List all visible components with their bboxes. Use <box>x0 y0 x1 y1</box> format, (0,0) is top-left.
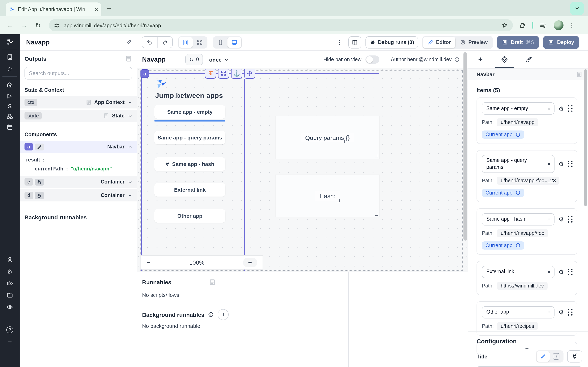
nav-item-query-params[interactable]: Same app - query params <box>154 131 225 144</box>
address-bar[interactable]: app.windmill.dev/apps/edit/u/henri/navap… <box>49 19 513 31</box>
centered-layout-button[interactable] <box>179 37 193 48</box>
drag-handle[interactable] <box>568 216 573 222</box>
query-params-container[interactable]: Query params {} <box>276 116 379 159</box>
profile-avatar[interactable] <box>554 20 563 30</box>
hide-bar-toggle[interactable] <box>365 55 379 64</box>
zoom-out-button[interactable]: − <box>147 259 150 266</box>
browser-menu-icon[interactable]: ⋮ <box>569 22 575 29</box>
variables-dollar-icon[interactable]: $ <box>8 103 12 109</box>
item-label-input[interactable]: Same app - empty × <box>482 102 554 115</box>
clear-icon[interactable]: × <box>547 309 551 316</box>
collapse-arrow-icon[interactable]: → <box>7 337 13 343</box>
runs-play-icon[interactable]: ▷ <box>7 92 12 99</box>
app-canvas[interactable]: a ⚓ Jump between apps Same app - empty S… <box>137 69 468 272</box>
selection-right-border[interactable] <box>244 79 245 271</box>
add-background-runnable-button[interactable]: + <box>218 309 229 320</box>
debug-runs-button[interactable]: Debug runs (0) <box>365 36 418 48</box>
panel-doc-icon[interactable] <box>209 279 216 285</box>
windmill-logo[interactable] <box>5 38 14 47</box>
clear-icon[interactable]: × <box>547 105 551 112</box>
folders-icon[interactable] <box>6 292 13 299</box>
right-panel-scrollbar[interactable] <box>584 69 587 206</box>
ctx-output-row[interactable]: ctx App Context <box>20 96 137 108</box>
chevron-down-icon[interactable] <box>127 113 133 118</box>
browser-tab[interactable]: Edit App u/henri/navapp | Win × <box>6 2 101 16</box>
url-text[interactable]: app.windmill.dev/apps/edit/u/henri/navap… <box>64 22 498 28</box>
audit-eye-icon[interactable] <box>6 304 13 310</box>
state-output-row[interactable]: state State <box>20 110 137 122</box>
static-mode-pencil-button[interactable] <box>536 351 550 362</box>
expression-mode-fx-button[interactable]: ƒ <box>550 351 563 362</box>
fullscreen-layout-button[interactable] <box>193 37 207 48</box>
tab-styling-brush[interactable] <box>517 56 541 63</box>
item-settings-gear-icon[interactable]: ⚙ <box>558 105 564 111</box>
new-tab-button[interactable]: + <box>107 5 111 12</box>
connect-plug-button[interactable] <box>567 350 582 363</box>
edit-pencil-icon[interactable] <box>35 143 44 150</box>
site-settings-icon[interactable] <box>54 22 60 28</box>
settings-gear-icon[interactable]: ⚙ <box>7 268 13 275</box>
nav-item-hash[interactable]: # Same app - hash <box>154 157 225 171</box>
draft-button[interactable]: Draft ⌘S <box>497 36 539 49</box>
title-field-input[interactable]: Jump between apps <box>476 366 582 367</box>
users-person-icon[interactable] <box>6 256 13 263</box>
info-icon[interactable] <box>208 312 214 318</box>
chevron-down-icon[interactable] <box>127 179 133 184</box>
expand-component-button[interactable] <box>218 69 229 79</box>
info-icon[interactable] <box>515 243 521 248</box>
query-params-text[interactable]: Query params {} <box>301 133 354 142</box>
mobile-view-button[interactable] <box>214 37 227 48</box>
clear-icon[interactable]: × <box>547 269 551 275</box>
more-options-icon[interactable]: ⋮ <box>336 39 342 46</box>
refresh-button[interactable]: ↻ 0 <box>185 54 203 65</box>
resize-handle[interactable] <box>337 200 340 202</box>
item-label-input[interactable]: Same app - hash × <box>482 213 554 225</box>
drag-handle[interactable] <box>568 161 573 167</box>
item-path[interactable]: u/henri/navapp?foo=123 <box>497 176 559 185</box>
docs-book-button[interactable] <box>348 36 361 48</box>
redo-button[interactable] <box>157 37 172 48</box>
item-path[interactable]: u/henri/recipes <box>497 322 538 330</box>
editor-tab[interactable]: Editor <box>423 36 455 48</box>
center-scrollbar[interactable] <box>463 52 467 241</box>
drag-handle[interactable] <box>568 105 573 111</box>
schedule-select[interactable]: once <box>209 57 229 63</box>
item-path[interactable]: u/henri/navapp#foo <box>497 229 548 237</box>
chevron-down-icon[interactable] <box>127 193 133 198</box>
zoom-in-button[interactable]: + <box>243 258 257 267</box>
resize-handle[interactable] <box>375 155 378 157</box>
info-icon[interactable] <box>515 190 521 196</box>
anchor-button[interactable]: ⚓ <box>231 69 242 79</box>
workers-robot-icon[interactable] <box>6 280 13 287</box>
doc-icon[interactable] <box>104 113 109 119</box>
home-icon[interactable] <box>6 81 13 88</box>
resize-handle[interactable] <box>342 140 345 143</box>
edit-name-pencil-icon[interactable] <box>126 39 132 45</box>
undo-button[interactable] <box>142 37 157 48</box>
item-path[interactable]: https://windmill.dev <box>497 282 547 290</box>
fill-height-button[interactable] <box>205 69 216 79</box>
container-e-row[interactable]: e Container <box>20 176 137 188</box>
panel-doc-icon[interactable] <box>125 55 132 62</box>
item-settings-gear-icon[interactable]: ⚙ <box>558 309 564 315</box>
workspace-icon[interactable] <box>6 54 13 60</box>
back-button[interactable]: ← <box>3 22 17 29</box>
chevron-up-icon[interactable] <box>127 144 133 150</box>
tab-component-settings[interactable] <box>493 55 517 63</box>
hash-container[interactable]: Hash: <box>276 175 379 217</box>
deploy-button[interactable]: Deploy <box>543 36 579 49</box>
reload-button[interactable]: ↻ <box>31 21 45 29</box>
info-icon[interactable] <box>515 132 521 137</box>
item-label-input[interactable]: Same app - query params × <box>482 155 554 173</box>
media-playlist-icon[interactable] <box>539 22 546 29</box>
item-path[interactable]: u/henri/navapp <box>497 118 538 126</box>
drag-handle[interactable] <box>568 269 573 275</box>
nav-item-same-app-empty[interactable]: Same app - empty <box>154 105 225 119</box>
bookmark-star-icon[interactable] <box>502 22 508 29</box>
item-settings-gear-icon[interactable]: ⚙ <box>558 216 564 222</box>
panel-doc-icon[interactable] <box>576 71 582 77</box>
clear-icon[interactable]: × <box>547 216 551 223</box>
resources-cubes-icon[interactable] <box>6 113 13 120</box>
preview-tab[interactable]: Preview <box>455 36 492 48</box>
item-settings-gear-icon[interactable]: ⚙ <box>558 269 564 275</box>
